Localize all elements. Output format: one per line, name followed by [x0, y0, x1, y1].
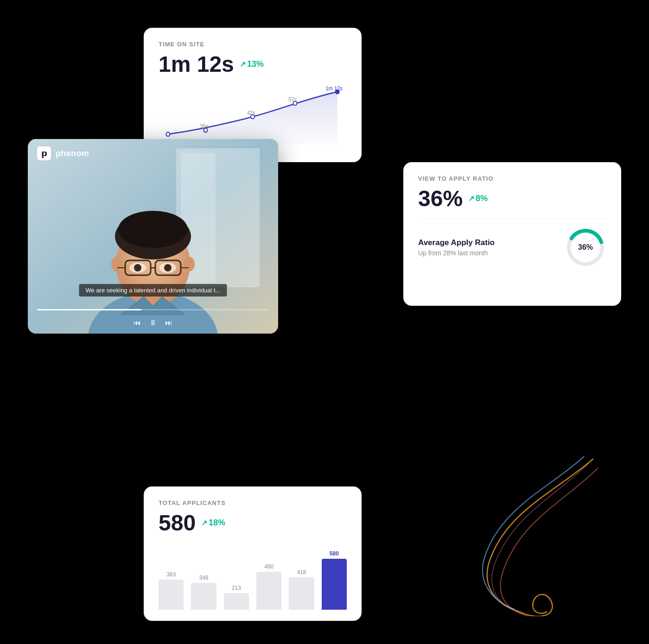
bar-element: [191, 583, 216, 610]
card-divider: [418, 219, 606, 219]
svg-point-19: [184, 257, 195, 271]
total-applicants-card: TOTAL APPLICANTS 580 18% 383348213490418…: [144, 486, 362, 621]
svg-text:42s: 42s: [247, 110, 255, 115]
video-progress[interactable]: [28, 309, 278, 310]
donut-chart: 36%: [565, 227, 606, 268]
view-apply-trend: 8%: [468, 194, 488, 203]
view-apply-value: 36% 8%: [418, 186, 606, 211]
time-on-site-label: TIME ON SITE: [159, 41, 347, 48]
view-apply-label: VIEW TO APPLY RATIO: [418, 175, 606, 182]
time-on-site-value: 1m 12s 13%: [159, 51, 347, 77]
bar-label: 213: [232, 585, 241, 591]
apply-ratio-text: Average Apply Ratio Up from 28% last mon…: [418, 238, 495, 257]
phenom-brand-text: phenom: [56, 149, 89, 158]
decorative-lines: [464, 454, 603, 616]
video-top-bar: 𝗽 phenom: [28, 139, 278, 168]
video-background: [28, 139, 278, 334]
bar-element: [224, 593, 249, 610]
svg-text:57s: 57s: [288, 96, 297, 102]
time-on-site-trend: 13%: [240, 59, 264, 69]
bar-chart: 383348213490418580: [159, 545, 347, 610]
apply-ratio-section: Average Apply Ratio Up from 28% last mon…: [418, 227, 606, 268]
bar-group: 348: [191, 575, 216, 610]
bar-element: [256, 572, 281, 610]
skip-back-button[interactable]: ⏮: [134, 319, 141, 327]
svg-point-0: [166, 132, 170, 136]
svg-point-17: [118, 211, 188, 248]
bar-label: 383: [166, 571, 176, 578]
progress-fill: [37, 309, 141, 310]
video-controls[interactable]: ⏮ ⏸ ⏭: [134, 319, 172, 327]
phenom-logo: 𝗽: [37, 146, 51, 160]
bar-group: 418: [289, 569, 314, 610]
bar-label: 418: [297, 569, 306, 575]
bar-group: 580: [322, 550, 347, 610]
svg-text:1m 12s: 1m 12s: [325, 86, 343, 91]
bar-group: 383: [159, 571, 184, 610]
skip-forward-button[interactable]: ⏭: [165, 319, 172, 327]
total-applicants-value: 580 18%: [159, 510, 347, 536]
bar-label: 490: [264, 563, 274, 570]
video-card[interactable]: 𝗽 phenom We are seeking a talented and d…: [28, 139, 278, 334]
donut-label: 36%: [578, 243, 593, 252]
svg-point-18: [111, 257, 122, 271]
total-applicants-trend: 18%: [201, 518, 225, 528]
svg-point-27: [134, 264, 141, 271]
bar-group: 213: [224, 585, 249, 610]
total-applicants-label: TOTAL APPLICANTS: [159, 499, 347, 506]
bar-element: [159, 580, 184, 610]
bar-group: 490: [256, 563, 281, 610]
svg-point-28: [164, 264, 172, 271]
bar-element: [289, 577, 314, 610]
view-to-apply-card: VIEW TO APPLY RATIO 36% 8% Average Apply…: [403, 162, 621, 306]
video-subtitle: We are seeking a talented and driven ind…: [79, 284, 227, 297]
svg-text:35s: 35s: [200, 123, 208, 129]
bar-label: 348: [199, 575, 208, 581]
pause-button[interactable]: ⏸: [149, 319, 157, 327]
bar-element: [322, 559, 347, 610]
bar-label: 580: [330, 550, 339, 557]
